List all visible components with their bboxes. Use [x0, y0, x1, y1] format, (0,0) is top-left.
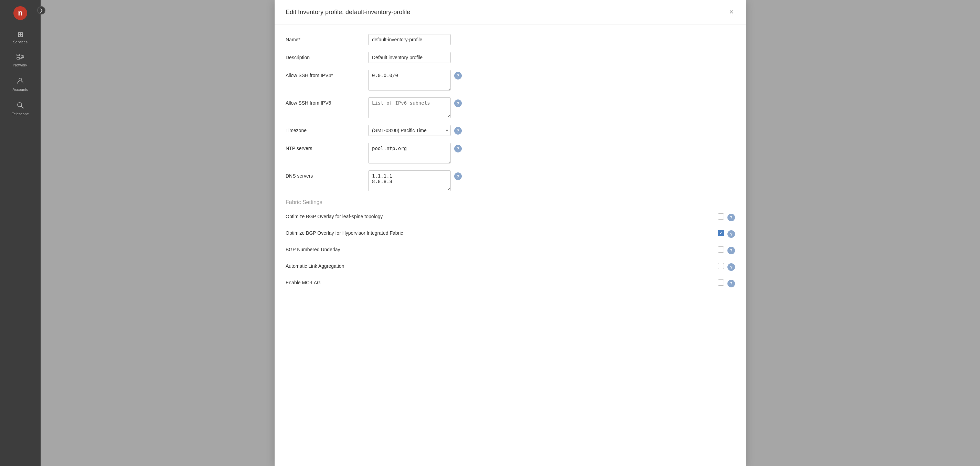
fabric-settings-section-header: Fabric Settings: [286, 199, 735, 205]
accounts-icon: [16, 77, 24, 85]
bgp-leaf-spine-controls: ?: [718, 212, 735, 221]
form-row-ntp: NTP servers pool.ntp.org ?: [286, 143, 735, 164]
modal-close-button[interactable]: ×: [728, 7, 735, 17]
app-logo: n: [10, 3, 30, 24]
auto-link-aggregation-checkbox[interactable]: [718, 263, 724, 269]
dns-help-icon[interactable]: ?: [454, 172, 462, 180]
sidebar-item-services-label: Services: [13, 40, 27, 44]
svg-rect-2: [17, 54, 20, 56]
ntp-input[interactable]: pool.ntp.org: [368, 143, 451, 164]
ssh-ipv6-label: Allow SSH from IPV6: [286, 97, 361, 106]
timezone-select[interactable]: (GMT-08:00) Pacific Time (GMT-07:00) Mou…: [368, 125, 451, 136]
ssh-ipv4-help-icon[interactable]: ?: [454, 72, 462, 80]
description-label: Description: [286, 52, 361, 60]
dns-label: DNS servers: [286, 170, 361, 179]
form-row-timezone: Timezone (GMT-08:00) Pacific Time (GMT-0…: [286, 125, 735, 136]
sidebar-item-services[interactable]: ⊞ Services: [0, 26, 41, 49]
sidebar-item-accounts-label: Accounts: [13, 87, 28, 92]
auto-link-aggregation-controls: ?: [718, 261, 735, 271]
timezone-help-icon[interactable]: ?: [454, 127, 462, 135]
bgp-leaf-spine-label: Optimize BGP Overlay for leaf-spine topo…: [286, 214, 712, 219]
auto-link-aggregation-help-icon[interactable]: ?: [727, 263, 735, 271]
bgp-numbered-underlay-controls: ?: [718, 245, 735, 254]
bgp-hypervisor-label: Optimize BGP Overlay for Hypervisor Inte…: [286, 230, 712, 236]
form-row-dns: DNS servers 1.1.1.1 8.8.8.8 ?: [286, 170, 735, 191]
ssh-ipv6-help-icon[interactable]: ?: [454, 99, 462, 107]
form-row-ssh-ipv6: Allow SSH from IPV6 ?: [286, 97, 735, 118]
chevron-right-icon: ❯: [40, 8, 43, 13]
name-control-wrap: [368, 34, 735, 45]
ssh-ipv6-control-wrap: ?: [368, 97, 735, 118]
main-area: Edit Inventory profile: default-inventor…: [41, 0, 980, 466]
bgp-numbered-underlay-help-icon[interactable]: ?: [727, 247, 735, 254]
fabric-row-bgp-hypervisor: Optimize BGP Overlay for Hypervisor Inte…: [286, 228, 735, 238]
bgp-leaf-spine-checkbox[interactable]: [718, 213, 724, 219]
edit-inventory-profile-modal: Edit Inventory profile: default-inventor…: [275, 0, 746, 466]
enable-mc-lag-label: Enable MC-LAG: [286, 280, 712, 285]
svg-rect-3: [17, 57, 20, 59]
ssh-ipv4-label: Allow SSH from IPV4*: [286, 70, 361, 78]
svg-text:n: n: [18, 9, 22, 17]
modal-header: Edit Inventory profile: default-inventor…: [275, 0, 746, 24]
sidebar-item-network-label: Network: [13, 63, 27, 67]
bgp-leaf-spine-help-icon[interactable]: ?: [727, 214, 735, 221]
fabric-row-auto-link-aggregation: Automatic Link Aggregation ?: [286, 261, 735, 271]
timezone-select-wrap: (GMT-08:00) Pacific Time (GMT-07:00) Mou…: [368, 125, 451, 136]
fabric-row-enable-mc-lag: Enable MC-LAG ?: [286, 278, 735, 287]
bgp-numbered-underlay-label: BGP Numbered Underlay: [286, 247, 712, 252]
enable-mc-lag-controls: ?: [718, 278, 735, 287]
ssh-ipv4-input[interactable]: 0.0.0.0/0: [368, 70, 451, 91]
sidebar-item-network[interactable]: Network: [0, 49, 41, 72]
dns-input[interactable]: 1.1.1.1 8.8.8.8: [368, 170, 451, 191]
modal-title: Edit Inventory profile: default-inventor…: [286, 9, 410, 16]
svg-point-9: [19, 78, 22, 81]
ssh-ipv4-control-wrap: 0.0.0.0/0 ?: [368, 70, 735, 91]
sidebar-item-telescope[interactable]: Telescope: [0, 96, 41, 121]
enable-mc-lag-help-icon[interactable]: ?: [727, 280, 735, 287]
bgp-hypervisor-controls: ?: [718, 228, 735, 238]
svg-line-11: [21, 107, 24, 108]
bgp-hypervisor-help-icon[interactable]: ?: [727, 230, 735, 238]
ntp-label: NTP servers: [286, 143, 361, 151]
ssh-ipv6-input[interactable]: [368, 97, 451, 118]
sidebar: n ❯ ⊞ Services Network: [0, 0, 41, 466]
timezone-control-wrap: (GMT-08:00) Pacific Time (GMT-07:00) Mou…: [368, 125, 735, 136]
timezone-label: Timezone: [286, 125, 361, 133]
form-row-ssh-ipv4: Allow SSH from IPV4* 0.0.0.0/0 ?: [286, 70, 735, 91]
bgp-hypervisor-checkbox[interactable]: [718, 230, 724, 236]
name-input[interactable]: [368, 34, 451, 45]
ntp-control-wrap: pool.ntp.org ?: [368, 143, 735, 164]
modal-body: Name* Description Allow SSH from IPV4*: [275, 24, 746, 466]
fabric-row-bgp-numbered-underlay: BGP Numbered Underlay ?: [286, 245, 735, 254]
form-row-description: Description: [286, 52, 735, 63]
network-icon: [16, 54, 24, 61]
auto-link-aggregation-label: Automatic Link Aggregation: [286, 263, 712, 269]
ntp-help-icon[interactable]: ?: [454, 145, 462, 153]
sidebar-toggle-button[interactable]: ❯: [37, 6, 45, 14]
dns-control-wrap: 1.1.1.1 8.8.8.8 ?: [368, 170, 735, 191]
sidebar-item-accounts[interactable]: Accounts: [0, 72, 41, 96]
modal-overlay: Edit Inventory profile: default-inventor…: [41, 0, 980, 466]
description-input[interactable]: [368, 52, 451, 63]
services-icon: ⊞: [18, 31, 24, 38]
fabric-row-bgp-leaf-spine: Optimize BGP Overlay for leaf-spine topo…: [286, 212, 735, 221]
name-label: Name*: [286, 34, 361, 42]
bgp-numbered-underlay-checkbox[interactable]: [718, 247, 724, 253]
sidebar-item-telescope-label: Telescope: [12, 112, 29, 116]
description-control-wrap: [368, 52, 735, 63]
enable-mc-lag-checkbox[interactable]: [718, 280, 724, 286]
form-row-name: Name*: [286, 34, 735, 45]
telescope-icon: [16, 101, 24, 110]
